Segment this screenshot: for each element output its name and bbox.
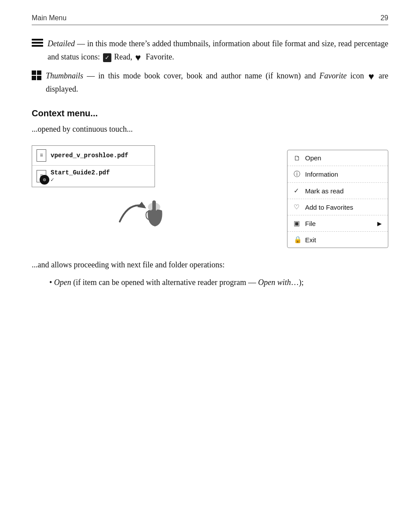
thumbnails-fav-italic: Favorite bbox=[320, 71, 347, 80]
heart-favorite-icon: ♥ bbox=[135, 53, 141, 63]
information-icon: ⓘ bbox=[294, 170, 302, 178]
context-menu-exit[interactable]: 🔒 Exit bbox=[287, 232, 388, 248]
file-item-2: Start_Guide2.pdf ✓ bbox=[32, 166, 155, 187]
thumbnails-grid-icon bbox=[32, 70, 41, 80]
header-title: Main Menu bbox=[32, 14, 66, 22]
file-icon-2 bbox=[37, 170, 46, 182]
file-icon-1 bbox=[37, 149, 46, 162]
bullet-open-with-italic: Open with bbox=[258, 278, 291, 287]
context-menu-open[interactable]: 🗋 Open bbox=[287, 150, 388, 166]
file-list: vpered_v_proshloe.pdf Start_Guide2.pdf ✓ bbox=[32, 145, 155, 187]
detailed-mode-text: Detailed — in this mode there’s added th… bbox=[48, 37, 388, 63]
bottom-line1: ...and allows proceeding with next file … bbox=[32, 260, 225, 269]
detailed-label: Detailed bbox=[48, 39, 75, 48]
heart-outline-icon: ♡ bbox=[294, 203, 302, 211]
context-file-label: File bbox=[305, 220, 316, 227]
context-menu-subtext: ...opened by continuous touch... bbox=[32, 123, 388, 136]
checkmark-icon: ✓ bbox=[294, 187, 302, 195]
file-item-1: vpered_v_proshloe.pdf bbox=[32, 146, 155, 166]
favorite-label: Favorite. bbox=[144, 52, 174, 61]
context-information-label: Information bbox=[305, 170, 338, 178]
bullet-item-open: • Open (if item can be opened with alter… bbox=[49, 276, 388, 289]
context-menu-panel: 🗋 Open ⓘ Information ✓ Mark as read ♡ Ad… bbox=[287, 150, 388, 248]
read-icon: ✓ bbox=[103, 53, 111, 62]
context-menu-mark-read[interactable]: ✓ Mark as read bbox=[287, 183, 388, 199]
header-page-number: 29 bbox=[380, 14, 388, 22]
context-mark-read-label: Mark as read bbox=[305, 187, 344, 195]
context-exit-label: Exit bbox=[305, 236, 316, 244]
thumbnails-mode-item: Thumbnails — in this mode book cover, bo… bbox=[32, 70, 388, 96]
read-label: Read, bbox=[114, 52, 132, 61]
detailed-mode-item: Detailed — in this mode there’s added th… bbox=[32, 37, 388, 63]
detailed-text1: — in this mode there’s added thumbnails,… bbox=[48, 39, 388, 61]
thumbnails-label: Thumbnails bbox=[46, 71, 83, 80]
detailed-list-icon bbox=[32, 39, 43, 47]
page: Main Menu 29 Detailed — in this mode the… bbox=[0, 0, 420, 522]
exit-icon: 🔒 bbox=[294, 236, 302, 244]
bullet-open-text: (if item can be opened with alternative … bbox=[71, 278, 258, 287]
page-header: Main Menu 29 bbox=[32, 14, 388, 25]
bottom-text-paragraph: ...and allows proceeding with next file … bbox=[32, 259, 388, 272]
file-list-area: vpered_v_proshloe.pdf Start_Guide2.pdf ✓ bbox=[32, 145, 173, 233]
thumbnails-text2: icon bbox=[347, 71, 368, 80]
context-open-label: Open bbox=[305, 154, 321, 162]
arrow-hand-area bbox=[115, 192, 173, 233]
file-icon: ▣ bbox=[294, 219, 302, 227]
bullet-open-italic: Open bbox=[54, 278, 71, 287]
file-name-1: vpered_v_proshloe.pdf bbox=[51, 152, 128, 159]
file-check-2: ✓ bbox=[51, 176, 110, 183]
hand-pointer-icon bbox=[142, 194, 168, 233]
illustration-area: vpered_v_proshloe.pdf Start_Guide2.pdf ✓ bbox=[32, 145, 388, 248]
thumbnails-mode-text: Thumbnails — in this mode book cover, bo… bbox=[46, 70, 388, 96]
context-menu-heading: Context menu... bbox=[32, 108, 388, 118]
clock-badge-icon bbox=[40, 175, 49, 185]
context-favorites-label: Add to Favorites bbox=[305, 204, 353, 211]
submenu-arrow-icon: ▶ bbox=[377, 220, 382, 227]
context-menu-favorites[interactable]: ♡ Add to Favorites bbox=[287, 199, 388, 215]
heart-icon-2: ♥ bbox=[368, 72, 374, 81]
bullet-open-end: …); bbox=[291, 278, 304, 287]
thumbnails-text1: — in this mode book cover, book and auth… bbox=[83, 71, 320, 80]
context-menu-information[interactable]: ⓘ Information bbox=[287, 166, 388, 183]
file-name-2: Start_Guide2.pdf bbox=[51, 169, 110, 176]
context-menu-file[interactable]: ▣ File ▶ bbox=[287, 215, 388, 232]
open-icon: 🗋 bbox=[294, 154, 302, 162]
